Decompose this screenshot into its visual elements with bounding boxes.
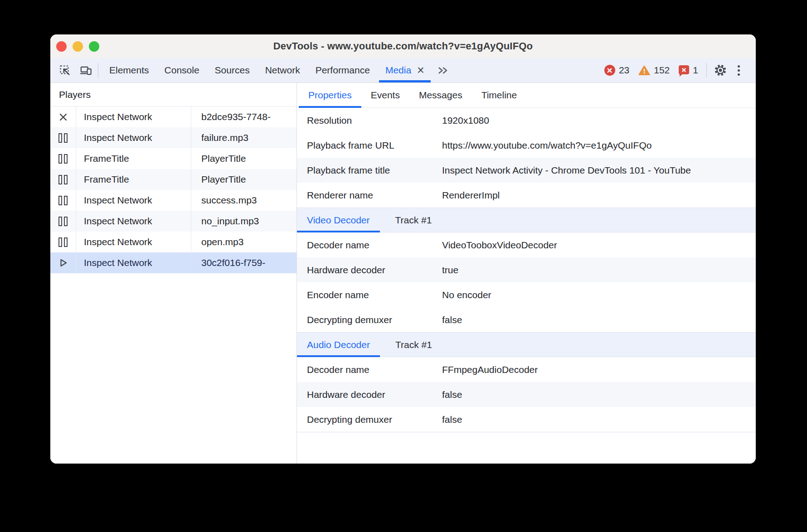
player-row-name: Inspect Network [76,127,191,148]
toolbar-divider [706,63,707,77]
gear-icon [714,64,727,77]
section-tab-strip: Audio DecoderTrack #1 [297,332,756,357]
section-tab-track[interactable]: Track #1 [385,208,442,232]
player-row[interactable]: FrameTitlePlayerTitle [50,148,297,169]
player-row-name: Inspect Network [76,190,191,211]
detail-tab-timeline[interactable]: Timeline [472,83,527,107]
tab-label: Elements [109,65,149,76]
tab-sources[interactable]: Sources [207,58,258,82]
panel-tab-strip: ElementsConsoleSourcesNetworkPerformance… [102,58,454,82]
player-row-value: PlayerTitle [191,169,297,190]
player-row[interactable]: Inspect Networkno_input.mp3 [50,211,297,232]
section-tab-video-decoder[interactable]: Video Decoder [297,208,380,232]
tab-console[interactable]: Console [157,58,207,82]
property-value: false [442,314,756,325]
property-label: Playback frame title [297,165,442,176]
property-value: false [442,414,756,425]
player-row-icon-cell [50,169,76,190]
kebab-dot [738,73,740,76]
toolbar-right: 23 152 1 [604,58,756,82]
kebab-dot [738,69,740,72]
player-row-icon-cell [50,232,76,252]
pause-bar [58,237,62,247]
toggle-device-toolbar-button[interactable] [77,61,95,80]
property-label: Resolution [297,115,442,126]
tab-label: Console [165,65,199,76]
zoom-window-button[interactable] [89,41,99,52]
property-row: Decrypting demuxerfalse [297,307,756,332]
player-row[interactable]: Inspect Networkopen.mp3 [50,232,297,252]
player-row[interactable]: Inspect Networksuccess.mp3 [50,190,297,211]
property-row: Encoder nameNo encoder [297,282,756,307]
player-row[interactable]: FrameTitlePlayerTitle [50,169,297,190]
tab-performance[interactable]: Performance [308,58,378,82]
devtools-content: Players Inspect Networkb2dce935-7748-Ins… [50,83,756,464]
player-row[interactable]: Inspect Networkfailure.mp3 [50,127,297,148]
close-panel-tab-icon[interactable]: × [417,66,424,75]
tab-label: Performance [316,65,370,76]
section-tab-strip: Video DecoderTrack #1 [297,208,756,232]
pause-bar [58,133,62,143]
inspect-element-button[interactable] [56,61,74,80]
tab-elements[interactable]: Elements [102,58,157,82]
property-row: Hardware decoderfalse [297,382,756,407]
tab-label: Sources [215,65,250,76]
player-row-value: 30c2f016-f759- [191,252,297,273]
settings-button[interactable] [711,61,729,80]
player-row-icon-cell [50,127,76,148]
device-toolbar-icon [80,64,92,76]
player-row[interactable]: Inspect Network30c2f016-f759- [50,252,297,273]
minimize-window-button[interactable] [73,41,83,52]
warning-count: 152 [654,65,670,76]
pause-icon [58,217,68,226]
detail-panel-filler [297,432,756,464]
devtools-window: DevTools - www.youtube.com/watch?v=e1gAy… [50,34,756,464]
error-count: 23 [619,65,629,76]
error-status[interactable]: 23 [604,65,629,76]
players-panel: Players Inspect Networkb2dce935-7748-Ins… [50,83,297,464]
players-list: Inspect Networkb2dce935-7748-Inspect Net… [50,106,297,273]
pause-bar [58,196,62,205]
more-options-button[interactable] [729,61,748,80]
property-row: Decoder nameFFmpegAudioDecoder [297,357,756,382]
players-panel-title: Players [50,83,297,106]
pause-bar [58,217,62,226]
window-title: DevTools - www.youtube.com/watch?v=e1gAy… [273,40,533,52]
property-label: Playback frame URL [297,140,442,151]
more-tabs-button[interactable] [432,58,454,82]
section-tab-audio-decoder[interactable]: Audio Decoder [297,333,380,357]
pause-icon [58,133,68,143]
issues-status[interactable]: 1 [679,65,698,76]
tab-label: Network [265,65,300,76]
pause-bar [64,175,68,184]
pause-bar [64,154,68,164]
detail-tab-strip: PropertiesEventsMessagesTimeline [297,83,756,108]
player-row-icon-cell [50,211,76,232]
player-row-name: Inspect Network [76,211,191,232]
property-row: Decrypting demuxerfalse [297,407,756,432]
player-row-icon-cell [50,190,76,211]
property-row: Decoder nameVideoTooboxVideoDecoder [297,232,756,257]
property-label: Hardware decoder [297,389,442,400]
player-row-name: FrameTitle [76,148,191,169]
property-value: Inspect Network Activity - Chrome DevToo… [442,165,756,176]
detail-tab-properties[interactable]: Properties [299,83,361,107]
player-row-value: b2dce935-7748- [191,106,297,127]
property-value: RendererImpl [442,190,756,201]
pause-bar [58,154,62,164]
player-row[interactable]: Inspect Networkb2dce935-7748- [50,106,297,127]
player-row-value: failure.mp3 [191,127,297,148]
close-window-button[interactable] [56,41,67,52]
tab-media[interactable]: Media× [378,58,432,82]
property-label: Decoder name [297,364,442,375]
detail-tab-messages[interactable]: Messages [409,83,472,107]
warning-status[interactable]: 152 [638,65,670,76]
section-tab-track[interactable]: Track #1 [385,333,442,357]
property-value: FFmpegAudioDecoder [442,364,756,375]
detail-tab-events[interactable]: Events [361,83,409,107]
property-value: https://www.youtube.com/watch?v=e1gAyQuI… [442,140,756,151]
close-icon [59,113,68,121]
tab-network[interactable]: Network [258,58,308,82]
property-value: VideoTooboxVideoDecoder [442,240,756,251]
player-row-value: success.mp3 [191,190,297,211]
